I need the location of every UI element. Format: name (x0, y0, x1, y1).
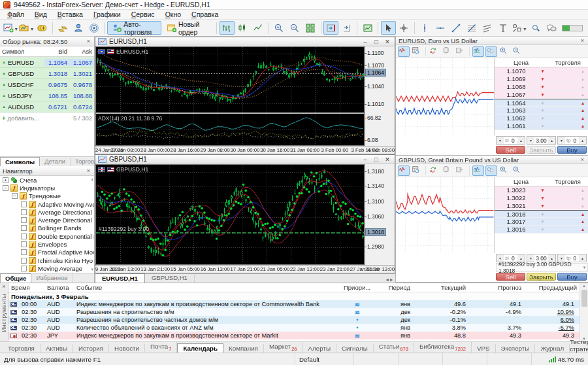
dom-zoom-in-button[interactable] (498, 46, 510, 57)
ladder-row[interactable]: 1.1070 ▾ ▴ (495, 67, 588, 75)
toolbox-tab[interactable]: Почта7 (145, 342, 177, 353)
search-button[interactable] (528, 21, 543, 35)
menu-item[interactable]: Окно (160, 10, 186, 18)
buy-chevron-icon[interactable]: ▴ (578, 212, 588, 217)
tree-expand-icon[interactable] (21, 209, 27, 215)
column-period[interactable]: Период (374, 284, 413, 291)
tree-expand-icon[interactable] (21, 266, 27, 271)
tab-scroll-right-icon[interactable]: ▸ (390, 277, 393, 283)
tree-item[interactable]: Moving Average (0, 264, 94, 272)
ladder-price[interactable]: 1.1063 (495, 107, 538, 114)
tree-expand-icon[interactable] (3, 185, 8, 191)
event-title[interactable]: Разрешения на строительство м/м (74, 309, 341, 315)
toolbox-tab[interactable]: Статьи678 (374, 342, 414, 353)
menu-item[interactable]: Справка (186, 10, 223, 18)
fibonacci-button[interactable] (465, 21, 480, 35)
tree-expand-icon[interactable] (21, 234, 27, 239)
tree-item-label[interactable]: Bollinger Bands (38, 224, 82, 232)
column-priority[interactable]: Приори... (341, 284, 374, 291)
ladder-price[interactable]: 1.1062 (495, 114, 538, 122)
buy-chevron-icon[interactable]: ▴ (578, 188, 588, 193)
buy-chevron-icon[interactable]: ▴ (578, 116, 588, 121)
scroll-down-icon[interactable]: ▾ (91, 267, 93, 272)
scroll-up-icon[interactable]: ▴ (583, 283, 585, 288)
toolbox-tab[interactable]: Маркет26 (264, 342, 303, 353)
ladder-row[interactable]: 1.3017 ▾ ▴ (495, 218, 588, 226)
sell-chevron-icon[interactable]: ▾ (538, 77, 547, 82)
profile-name[interactable]: Default (295, 353, 354, 365)
community-button[interactable] (71, 21, 86, 35)
close-icon[interactable]: × (580, 38, 585, 44)
toolbox-tab[interactable]: Эксперты (496, 344, 536, 353)
depth-mode-button[interactable] (442, 165, 453, 176)
market-watch-tab[interactable]: Символы (0, 157, 40, 166)
buy-chevron-icon[interactable]: ▴ (578, 124, 588, 129)
ladder-price[interactable]: 1.3018 (495, 211, 538, 218)
stepper-down-icon[interactable]: ▾ (497, 137, 504, 144)
menu-item[interactable]: Вставка (52, 10, 88, 18)
trendline-button[interactable] (449, 21, 464, 35)
tick-chart-button[interactable] (398, 46, 410, 57)
market-watch-row[interactable]: USDCHF 0.9675 0.9678 (0, 79, 94, 90)
sell-chevron-icon[interactable]: ▾ (538, 101, 547, 106)
tree-item[interactable]: Ichimoku Kinko Hyo (0, 256, 94, 264)
tree-item-label[interactable]: Envelopes (38, 241, 67, 248)
column-actual[interactable]: Текущий (413, 284, 468, 291)
new-order-button[interactable]: Новый ордер (162, 21, 214, 35)
column-currency[interactable]: Валюта (44, 284, 74, 291)
candle-chart-button[interactable] (235, 21, 250, 35)
event-previous[interactable]: 49.1 (560, 301, 577, 307)
tree-expand-icon[interactable] (21, 258, 27, 264)
tile-windows-button[interactable] (303, 21, 318, 35)
sell-chevron-icon[interactable]: ▾ (538, 69, 547, 74)
tree-item[interactable]: Счета (0, 176, 94, 184)
gbpusd-tick-chart[interactable] (396, 177, 495, 253)
chat-button[interactable] (544, 21, 559, 35)
buy-chevron-icon[interactable]: ▴ (578, 203, 588, 209)
ladder-row[interactable]: 1.1069 ▾ ▴ (495, 75, 588, 83)
market-watch-tab[interactable]: Детали (40, 157, 71, 166)
calendar-event-row[interactable]: 00:00 AUD Индекс менеджеров по закупкам … (8, 300, 580, 308)
column-forecast[interactable]: Прогноз (468, 284, 524, 291)
pair-toggle-button[interactable] (485, 46, 497, 57)
ladder-price[interactable]: 1.1070 (495, 67, 538, 75)
tree-item-label[interactable]: Трендовые (29, 192, 61, 200)
close-icon[interactable]: × (1, 284, 7, 290)
tree-item-label[interactable]: Double Exponential Moving Average (38, 233, 94, 240)
tree-expand-icon[interactable] (3, 177, 8, 183)
tree-expand-icon[interactable] (21, 249, 27, 255)
eurusd-window-titlebar[interactable]: EURUSD,H1 –□✕ (95, 37, 395, 46)
add-symbol-row[interactable]: добавить... 5 / 302 (0, 113, 94, 123)
tree-item-label[interactable]: Счета (20, 177, 37, 184)
tree-item-label[interactable]: Average Directional Movement Index Wilde… (38, 217, 94, 224)
tree-expand-icon[interactable] (21, 201, 27, 207)
ladder-row[interactable]: 1.1061 ▾ ▴ (495, 122, 588, 130)
menu-item[interactable]: Сервис (126, 10, 160, 18)
tree-item[interactable]: Average Directional Movement Index Wilde… (0, 216, 94, 224)
sl-stepper[interactable]: ▾sl0▴ (496, 136, 525, 145)
symbol-cell[interactable]: AUDUSD (0, 103, 44, 111)
ladder-row[interactable]: 1.1067 ▾ ▴ (495, 91, 588, 99)
close-icon[interactable]: × (86, 39, 91, 44)
toolbox-vertical-label[interactable]: Инструменты (1, 294, 7, 332)
buy-chevron-icon[interactable]: ▴ (578, 77, 588, 82)
strategy-tester-label[interactable]: Тестер стратегий (570, 338, 588, 353)
chart-shift-button[interactable] (339, 21, 354, 35)
ladder-row[interactable]: 1.3016 ▾ ▴ (495, 226, 588, 234)
maximize-button[interactable]: □ (372, 39, 381, 45)
text-label-button[interactable] (496, 21, 511, 35)
tree-item[interactable]: Adaptive Moving Average (0, 200, 94, 208)
ladder-row[interactable]: 1.1063 ▾ ▴ (495, 107, 588, 114)
refresh-button[interactable] (429, 165, 440, 176)
dom-zoom-out-button[interactable] (512, 46, 523, 57)
symbol-cell[interactable]: GBPUSD (0, 70, 44, 77)
tree-item-label[interactable]: Moving Average (38, 265, 82, 272)
tree-item[interactable]: Fractal Adaptive Moving Average (0, 249, 94, 256)
sell-chevron-icon[interactable]: ▾ (538, 219, 547, 224)
broadcast-button[interactable] (86, 21, 101, 35)
ladder-price[interactable]: 1.3017 (495, 218, 538, 225)
depth-mode-button[interactable] (442, 46, 453, 57)
ladder-price[interactable]: 1.3021 (495, 202, 538, 209)
symbol-cell[interactable]: EURUSD (0, 59, 44, 66)
eurusd-time-axis[interactable]: 24 Jan 202027 Jan 08:0028 Jan 00:0028 Ja… (95, 146, 395, 154)
